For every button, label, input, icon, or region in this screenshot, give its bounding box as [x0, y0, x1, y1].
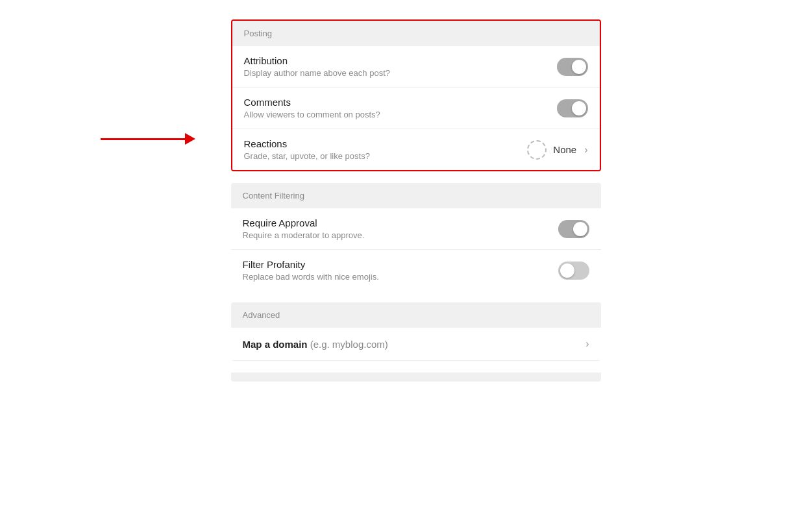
map-domain-title-text: Map a domain: [243, 339, 308, 350]
map-domain-row[interactable]: Map a domain (e.g. myblog.com) ›: [231, 328, 601, 361]
require-approval-toggle-thumb: [573, 222, 587, 236]
reactions-control[interactable]: None ›: [527, 140, 587, 160]
attribution-row: Attribution Display author name above ea…: [232, 46, 600, 88]
content-filtering-section: Content Filtering Require Approval Requi…: [231, 183, 601, 291]
posting-section: Posting Attribution Display author name …: [231, 19, 601, 171]
filter-profanity-row: Filter Profanity Replace bad words with …: [231, 250, 601, 291]
attribution-title: Attribution: [244, 55, 547, 66]
filter-profanity-desc: Replace bad words with nice emojis.: [243, 272, 548, 282]
map-domain-hint: (e.g. myblog.com): [310, 339, 388, 350]
reactions-icon: [527, 140, 547, 160]
filter-profanity-toggle-track: [558, 262, 589, 280]
advanced-section: Advanced Map a domain (e.g. myblog.com) …: [231, 302, 601, 361]
filter-profanity-toggle-thumb: [560, 263, 574, 278]
filter-profanity-title: Filter Profanity: [243, 259, 548, 270]
comments-desc: Allow viewers to comment on posts?: [244, 110, 547, 119]
content-filtering-header: Content Filtering: [231, 183, 601, 208]
attribution-desc: Display author name above each post?: [244, 68, 547, 78]
comments-title: Comments: [244, 97, 547, 108]
comments-toggle-track: [557, 99, 588, 117]
reactions-chevron-icon: ›: [584, 144, 587, 156]
posting-section-header: Posting: [232, 21, 600, 46]
filter-profanity-toggle-wrapper: [558, 262, 589, 280]
reactions-row: Reactions Grade, star, upvote, or like p…: [232, 129, 600, 170]
content-filtering-label: Content Filtering: [243, 191, 304, 201]
arrow-head: [185, 133, 195, 145]
comments-info: Comments Allow viewers to comment on pos…: [244, 97, 547, 119]
require-approval-title: Require Approval: [243, 217, 548, 228]
advanced-header: Advanced: [231, 302, 601, 328]
attribution-toggle[interactable]: [557, 58, 588, 76]
require-approval-toggle-wrapper: [558, 220, 589, 238]
comments-toggle-thumb: [572, 101, 586, 116]
reactions-desc: Grade, star, upvote, or like posts?: [244, 151, 517, 161]
attribution-info: Attribution Display author name above ea…: [244, 55, 547, 78]
bottom-bar: [231, 372, 601, 382]
arrow-line: [101, 138, 185, 140]
require-approval-info: Require Approval Require a moderator to …: [243, 217, 548, 240]
advanced-label: Advanced: [243, 310, 280, 320]
filter-profanity-info: Filter Profanity Replace bad words with …: [243, 259, 548, 282]
settings-container: Posting Attribution Display author name …: [231, 19, 601, 382]
reactions-title: Reactions: [244, 138, 517, 149]
page-wrapper: Posting Attribution Display author name …: [0, 13, 812, 382]
attribution-toggle-track: [557, 58, 588, 76]
require-approval-desc: Require a moderator to approve.: [243, 230, 548, 240]
map-domain-title: Map a domain (e.g. myblog.com): [243, 339, 388, 350]
attribution-toggle-thumb: [572, 60, 586, 74]
map-domain-chevron-icon: ›: [585, 338, 589, 350]
comments-toggle[interactable]: [557, 99, 588, 117]
require-approval-toggle[interactable]: [558, 220, 589, 238]
attribution-toggle-wrapper: [557, 58, 588, 76]
annotation-arrow: [101, 133, 195, 145]
posting-label: Posting: [244, 29, 272, 38]
reactions-info: Reactions Grade, star, upvote, or like p…: [244, 138, 517, 161]
comments-row: Comments Allow viewers to comment on pos…: [232, 88, 600, 129]
filter-profanity-toggle[interactable]: [558, 262, 589, 280]
comments-toggle-wrapper: [557, 99, 588, 117]
reactions-value: None: [553, 144, 576, 155]
require-approval-row: Require Approval Require a moderator to …: [231, 208, 601, 250]
require-approval-toggle-track: [558, 220, 589, 238]
